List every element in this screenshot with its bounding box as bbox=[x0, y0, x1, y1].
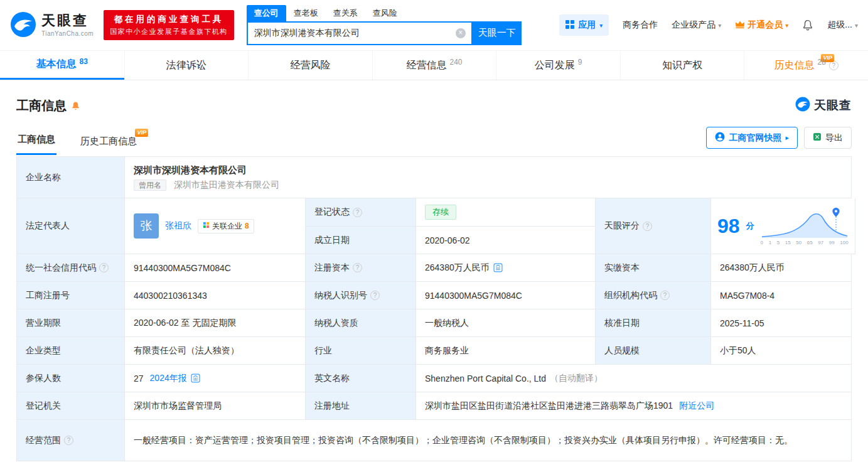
cooperation-label: 商务合作 bbox=[623, 19, 658, 31]
reg-authority-cell: 深圳市市场监督管理局 bbox=[125, 392, 306, 420]
subtab-history-info[interactable]: VIP 历史工商信息 bbox=[79, 136, 138, 155]
export-label: 导出 bbox=[825, 132, 843, 144]
search-tab-company[interactable]: 查公司 bbox=[247, 5, 286, 21]
search-tab-boss[interactable]: 查老板 bbox=[286, 5, 326, 21]
chevron-down-icon: ▾ bbox=[718, 22, 721, 29]
table-row: 营业期限 2020-06-02 至 无固定期限 纳税人资质 一般纳税人 核准日期… bbox=[17, 309, 852, 337]
legal-rep-link[interactable]: 张祖欣 bbox=[165, 220, 191, 232]
help-icon[interactable]: ? bbox=[370, 291, 380, 300]
menu-enterprise[interactable]: 企业级产品 ▾ bbox=[672, 19, 721, 31]
help-icon[interactable]: ? bbox=[353, 208, 362, 217]
tab-legal[interactable]: 法律诉讼 bbox=[124, 51, 249, 80]
score-cell[interactable]: 98 分 0 1 5 15 50 bbox=[711, 198, 855, 254]
business-scope-label: 经营范围 ? bbox=[17, 420, 125, 461]
tianyancha-logo-icon bbox=[795, 97, 810, 115]
insured-label: 参保人数 bbox=[17, 365, 125, 392]
former-name-row: 曾用名 深圳市盐田港资本有限公司 bbox=[134, 180, 279, 191]
table-row: 参保人数 27 2024年报 英文名称 Shenzhen Port Capita… bbox=[17, 365, 852, 392]
tab-history-info[interactable]: VIP 历史信息 28 ? bbox=[744, 51, 868, 80]
org-code-label: 组织机构代码 ? bbox=[596, 282, 711, 309]
search-box: × bbox=[247, 21, 473, 45]
tab-basic-info[interactable]: 基本信息 83 bbox=[0, 51, 124, 80]
annual-report-link[interactable]: 2024年报 bbox=[150, 373, 187, 384]
company-name-label: 企业名称 bbox=[17, 157, 125, 198]
apps-grid-icon bbox=[565, 20, 574, 31]
capital-detail-icon[interactable] bbox=[493, 263, 503, 272]
tab-company-development[interactable]: 公司发展 9 bbox=[496, 51, 620, 80]
tab-label: 公司发展 bbox=[535, 59, 575, 72]
former-name-badge[interactable]: 曾用名 bbox=[134, 180, 166, 191]
business-term-label: 营业期限 bbox=[17, 309, 125, 337]
apps-label: 应用 bbox=[578, 19, 596, 31]
search-tab-risk[interactable]: 查风险 bbox=[365, 5, 405, 21]
reg-capital-label: 注册资本 ? bbox=[306, 254, 416, 282]
search-button[interactable]: 天眼一下 bbox=[473, 21, 522, 45]
user-menu[interactable]: 超级... ▾ bbox=[827, 19, 858, 31]
taxpayer-id-cell: 91440300MA5G7M084C bbox=[416, 282, 596, 309]
search-tab-relation[interactable]: 查关系 bbox=[326, 5, 365, 21]
clear-search-icon[interactable]: × bbox=[456, 28, 466, 38]
score-label: 天眼评分 ? bbox=[596, 198, 711, 254]
related-companies-icon bbox=[203, 222, 210, 230]
main-content: 工商信息 天眼查 工商信息 VIP 历史工商信息 工商官网快照 ▸ bbox=[0, 80, 868, 467]
help-icon[interactable]: ? bbox=[353, 263, 362, 272]
subtab-current-info[interactable]: 工商信息 bbox=[16, 134, 56, 155]
subscribe-bell-icon[interactable] bbox=[71, 101, 80, 110]
tab-business-info[interactable]: 经营信息 240 bbox=[372, 51, 496, 80]
search-tabs: 查公司 查老板 查关系 查风险 bbox=[247, 6, 522, 21]
help-icon[interactable]: ? bbox=[99, 263, 109, 272]
tab-count: 28 bbox=[818, 58, 826, 67]
status-date-column: 登记状态 ? 存续 成立日期 2020-06-02 bbox=[306, 198, 596, 254]
reg-status-label: 登记状态 ? bbox=[306, 198, 416, 227]
establish-date-cell: 2020-06-02 bbox=[416, 227, 596, 254]
table-subrow: 成立日期 2020-06-02 bbox=[306, 227, 596, 254]
crown-icon bbox=[735, 20, 745, 31]
credit-code-label: 统一社会信用代码 ? bbox=[17, 254, 125, 282]
establish-date-label: 成立日期 bbox=[306, 227, 416, 254]
chevron-down-icon: ▾ bbox=[785, 22, 788, 29]
staff-size-cell: 小于50人 bbox=[711, 337, 852, 365]
table-row: 企业类型 有限责任公司（法人独资） 行业 商务服务业 人员规模 小于50人 bbox=[17, 337, 852, 365]
reg-capital-cell: 264380万人民币 bbox=[416, 254, 596, 282]
related-companies-badge[interactable]: 关联企业 8 bbox=[198, 219, 254, 234]
subtab-label: 历史工商信息 bbox=[80, 136, 137, 146]
reg-number-label: 工商注册号 bbox=[17, 282, 125, 309]
notification-bell-icon[interactable] bbox=[802, 19, 813, 31]
taxpayer-quality-cell: 一般纳税人 bbox=[416, 309, 596, 337]
section-title-row: 工商信息 天眼查 bbox=[16, 93, 852, 118]
table-row: 企业名称 深圳市深圳港资本有限公司 曾用名 深圳市盐田港资本有限公司 bbox=[17, 157, 852, 198]
help-icon[interactable]: ? bbox=[660, 291, 670, 300]
menu-cooperation[interactable]: 商务合作 bbox=[623, 19, 658, 31]
export-button[interactable]: 导出 bbox=[804, 127, 852, 149]
person-circle-icon bbox=[715, 132, 725, 144]
tab-label: 经营信息 bbox=[406, 59, 446, 72]
tab-label: 法律诉讼 bbox=[166, 59, 206, 72]
score-axis: 0 1 5 15 50 65 97 99 100 bbox=[761, 240, 849, 245]
search-input[interactable] bbox=[248, 23, 471, 44]
company-type-label: 企业类型 bbox=[17, 337, 125, 365]
table-subrow: 登记状态 ? 存续 bbox=[306, 198, 596, 227]
taxpayer-quality-label: 纳税人资质 bbox=[306, 309, 416, 337]
capital-detail-icon[interactable] bbox=[191, 373, 200, 383]
nearby-companies-link[interactable]: 附近公司 bbox=[679, 400, 714, 412]
help-icon[interactable]: ? bbox=[643, 222, 652, 231]
chevron-down-icon: ▾ bbox=[599, 22, 603, 29]
approval-date-label: 核准日期 bbox=[596, 309, 711, 337]
help-icon[interactable]: ? bbox=[64, 436, 73, 445]
avatar[interactable]: 张 bbox=[134, 213, 159, 239]
english-name-value: Shenzhen Port Capital Co., Ltd bbox=[425, 373, 546, 384]
company-type-cell: 有限责任公司（法人独资） bbox=[125, 337, 306, 365]
tab-intellectual-property[interactable]: 知识产权 bbox=[620, 51, 744, 80]
score-unit: 分 bbox=[746, 220, 754, 232]
apps-menu[interactable]: 应用 ▾ bbox=[559, 14, 609, 36]
chevron-down-icon: ▾ bbox=[855, 22, 858, 29]
menu-vip[interactable]: 开通会员 ▾ bbox=[735, 19, 788, 31]
tab-operation-risk[interactable]: 经营风险 bbox=[248, 51, 372, 80]
official-snapshot-button[interactable]: 工商官网快照 ▸ bbox=[706, 127, 798, 149]
logo-brand-text: 天眼查 bbox=[41, 13, 94, 28]
company-nav: 基本信息 83 法律诉讼 经营风险 经营信息 240 公司发展 9 知识产权 V… bbox=[0, 50, 868, 80]
excel-icon bbox=[813, 132, 822, 143]
former-name-value: 深圳市盐田港资本有限公司 bbox=[174, 180, 279, 190]
reg-address-label: 注册地址 bbox=[306, 392, 416, 420]
tianyancha-logo[interactable]: 天眼查 TianYanCha.com bbox=[10, 11, 94, 40]
